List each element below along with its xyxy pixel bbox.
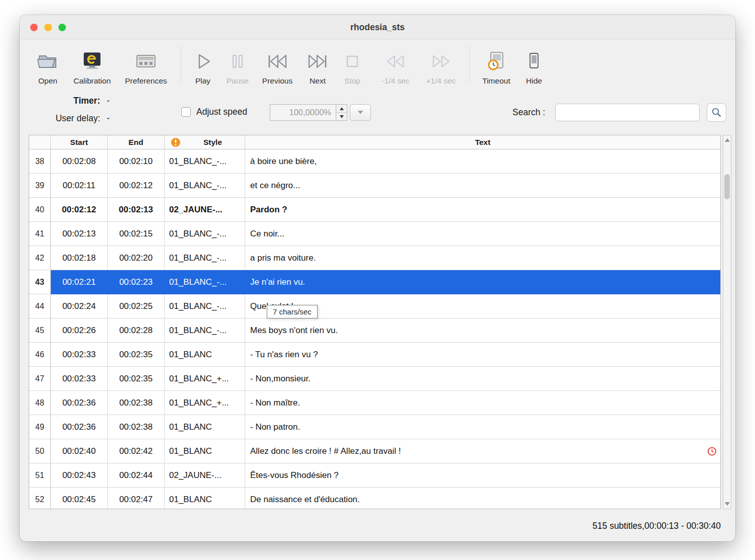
start-cell[interactable]: 00:02:11 [51, 174, 108, 198]
style-cell[interactable]: 01_BLANC [165, 415, 245, 439]
end-cell[interactable]: 00:02:15 [108, 222, 165, 246]
preferences-button[interactable]: Preferences [116, 44, 176, 86]
search-button[interactable] [707, 103, 726, 122]
table-row[interactable]: 41 00:02:13 00:02:15 01_BLANC_-... Ce no… [29, 222, 720, 246]
end-cell[interactable]: 00:02:13 [108, 198, 165, 222]
end-cell[interactable]: 00:02:35 [108, 343, 165, 367]
end-cell[interactable]: 00:02:12 [108, 174, 165, 198]
text-cell[interactable]: - Non maître. [245, 391, 720, 415]
start-cell[interactable]: 00:02:40 [51, 439, 108, 463]
start-cell[interactable]: 00:02:12 [51, 198, 108, 222]
text-cell[interactable]: a pris ma voiture. [245, 246, 720, 270]
text-cell[interactable]: Ce noir... [245, 222, 720, 246]
start-cell[interactable]: 00:02:18 [51, 246, 108, 270]
start-cell[interactable]: 00:02:36 [51, 415, 108, 439]
calibration-button[interactable]: Calibration [68, 44, 116, 86]
row-number-cell[interactable]: 52 [29, 488, 51, 509]
start-cell[interactable]: 00:02:26 [51, 318, 108, 343]
table-row[interactable]: 46 00:02:33 00:02:35 01_BLANC - Tu n'as … [29, 343, 720, 367]
text-cell[interactable]: - Tu n'as rien vu ? [245, 343, 720, 367]
text-cell[interactable]: De naissance et d'éducation. [245, 488, 720, 509]
row-number-cell[interactable]: 45 [29, 318, 51, 343]
table-row[interactable]: 50 00:02:40 00:02:42 01_BLANC Allez donc… [29, 439, 720, 463]
end-cell[interactable]: 00:02:44 [108, 463, 165, 488]
table-row[interactable]: 44 00:02:24 00:02:25 01_BLANC_-... Quel … [29, 294, 720, 318]
style-cell[interactable]: 01_BLANC_-... [165, 174, 245, 198]
start-cell[interactable]: 00:02:36 [51, 391, 108, 415]
start-cell[interactable]: 00:02:21 [51, 270, 108, 294]
text-cell[interactable]: Êtes-vous Rhodésien ? [245, 463, 720, 488]
row-number-cell[interactable]: 38 [29, 149, 51, 174]
header-style[interactable]: Style [165, 135, 245, 149]
end-cell[interactable]: 00:02:25 [108, 294, 165, 318]
table-row[interactable]: 45 00:02:26 00:02:28 01_BLANC_-... Mes b… [29, 318, 720, 343]
end-cell[interactable]: 00:02:10 [108, 149, 165, 174]
play-button[interactable]: Play [186, 44, 219, 86]
hide-button[interactable]: Hide [518, 44, 550, 86]
table-row[interactable]: 47 00:02:33 00:02:35 01_BLANC_+... - Non… [29, 367, 720, 391]
table-row[interactable]: 38 00:02:08 00:02:10 01_BLANC_-... à boi… [29, 149, 720, 174]
row-number-cell[interactable]: 51 [29, 463, 51, 488]
row-number-cell[interactable]: 47 [29, 367, 51, 391]
stop-button[interactable]: Stop [336, 44, 368, 86]
plus-quarter-sec-button[interactable]: +1/4 sec [418, 44, 464, 86]
speed-input[interactable]: 100,0000% [270, 104, 336, 121]
end-cell[interactable]: 00:02:47 [108, 488, 165, 509]
end-cell[interactable]: 00:02:28 [108, 318, 165, 343]
text-cell[interactable]: à boire une bière, [245, 149, 720, 174]
row-number-cell[interactable]: 40 [29, 198, 51, 222]
adjust-speed-checkbox[interactable] [181, 107, 191, 117]
timeout-button[interactable]: Timeout [475, 44, 518, 86]
style-cell[interactable]: 01_BLANC_-... [165, 318, 245, 343]
header-start[interactable]: Start [51, 135, 108, 149]
end-cell[interactable]: 00:02:38 [108, 391, 165, 415]
scrollbar-up-arrow[interactable] [723, 138, 731, 142]
scrollbar-down-arrow[interactable] [723, 502, 731, 506]
table-row[interactable]: 51 00:02:43 00:02:44 02_JAUNE-... Êtes-v… [29, 463, 720, 488]
start-cell[interactable]: 00:02:43 [51, 463, 108, 488]
scrollbar-thumb[interactable] [724, 174, 730, 199]
style-cell[interactable]: 01_BLANC_-... [165, 270, 245, 294]
search-input[interactable] [555, 104, 700, 121]
start-cell[interactable]: 00:02:24 [51, 294, 108, 318]
text-cell[interactable]: Je n'ai rien vu. [245, 270, 720, 294]
table-row[interactable]: 49 00:02:36 00:02:38 01_BLANC - Non patr… [29, 415, 720, 439]
end-cell[interactable]: 00:02:38 [108, 415, 165, 439]
stepper-down-button[interactable] [336, 113, 347, 120]
table-row[interactable]: 48 00:02:36 00:02:38 01_BLANC_+... - Non… [29, 391, 720, 415]
text-cell[interactable]: Allez donc les croire ! # Allez,au trava… [245, 439, 720, 463]
table-row[interactable]: 43 00:02:21 00:02:23 01_BLANC_-... Je n'… [29, 270, 720, 294]
style-cell[interactable]: 01_BLANC_-... [165, 294, 245, 318]
row-number-cell[interactable]: 46 [29, 343, 51, 367]
start-cell[interactable]: 00:02:33 [51, 343, 108, 367]
row-number-cell[interactable]: 44 [29, 294, 51, 318]
style-cell[interactable]: 01_BLANC [165, 488, 245, 509]
text-cell[interactable]: et ce négro... [245, 174, 720, 198]
header-end[interactable]: End [108, 135, 165, 149]
start-cell[interactable]: 00:02:45 [51, 488, 108, 509]
table-row[interactable]: 52 00:02:45 00:02:47 01_BLANC De naissan… [29, 488, 720, 509]
row-number-cell[interactable]: 39 [29, 174, 51, 198]
table-row[interactable]: 42 00:02:18 00:02:20 01_BLANC_-... a pri… [29, 246, 720, 270]
text-cell[interactable]: - Non patron. [245, 415, 720, 439]
style-cell[interactable]: 02_JAUNE-... [165, 463, 245, 488]
stepper-up-button[interactable] [336, 105, 347, 113]
open-button[interactable]: Open [28, 44, 68, 86]
header-text[interactable]: Text [245, 135, 720, 149]
speed-dropdown[interactable] [350, 104, 371, 121]
minus-quarter-sec-button[interactable]: -1/4 sec [373, 44, 418, 86]
text-cell[interactable]: Mes boys n'ont rien vu. [245, 318, 720, 343]
row-number-cell[interactable]: 48 [29, 391, 51, 415]
end-cell[interactable]: 00:02:42 [108, 439, 165, 463]
text-cell[interactable]: - Non,monsieur. [245, 367, 720, 391]
end-cell[interactable]: 00:02:23 [108, 270, 165, 294]
style-cell[interactable]: 01_BLANC_+... [165, 391, 245, 415]
style-cell[interactable]: 01_BLANC [165, 439, 245, 463]
end-cell[interactable]: 00:02:20 [108, 246, 165, 270]
start-cell[interactable]: 00:02:08 [51, 149, 108, 174]
row-number-cell[interactable]: 50 [29, 439, 51, 463]
previous-button[interactable]: Previous [256, 44, 299, 86]
header-row-number[interactable] [29, 135, 51, 149]
row-number-cell[interactable]: 49 [29, 415, 51, 439]
table-row[interactable]: 39 00:02:11 00:02:12 01_BLANC_-... et ce… [29, 174, 720, 198]
